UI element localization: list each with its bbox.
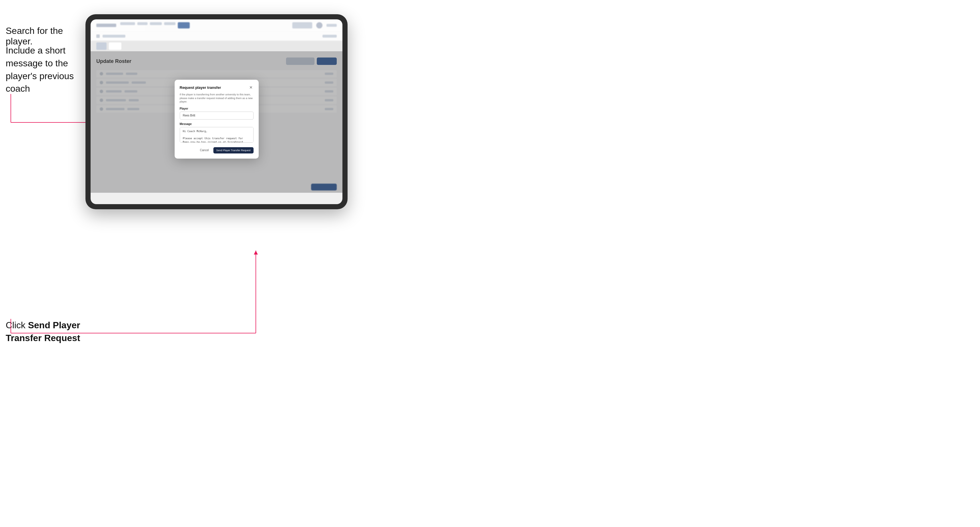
modal-description: If the player is transferring from anoth… [180,93,253,104]
modal-player-label: Player [180,107,253,110]
modal-overlay: Request player transfer ✕ If the player … [91,51,342,193]
modal-close-button[interactable]: ✕ [248,85,253,90]
annotation-click: Click Send Player Transfer Request [6,319,83,344]
app-logo [96,24,116,27]
annotation-message: Include a short message to the player's … [6,44,83,95]
modal-message-textarea[interactable]: Hi Coach McHarg, Please accept this tran… [180,127,253,143]
svg-marker-6 [254,251,258,254]
modal-dialog: Request player transfer ✕ If the player … [175,80,259,159]
sub-header [91,31,342,41]
modal-message-label: Message [180,122,253,125]
arrow-send-up [255,251,258,336]
modal-submit-button[interactable]: Send Player Transfer Request [213,147,253,154]
main-content: Update Roster [91,51,342,193]
modal-cancel-button[interactable]: Cancel [198,147,211,153]
tablet-frame: Update Roster [86,14,348,209]
app-header [91,19,342,31]
modal-title: Request player transfer [180,86,221,90]
modal-player-input[interactable] [180,112,253,119]
annotation-search: Search for the player. [6,25,83,47]
modal-footer: Cancel Send Player Transfer Request [180,147,253,154]
annotation-click-prefix: Click [6,320,28,330]
toolbar [91,41,342,51]
modal-header: Request player transfer ✕ [180,85,253,90]
tablet-screen: Update Roster [91,19,342,204]
